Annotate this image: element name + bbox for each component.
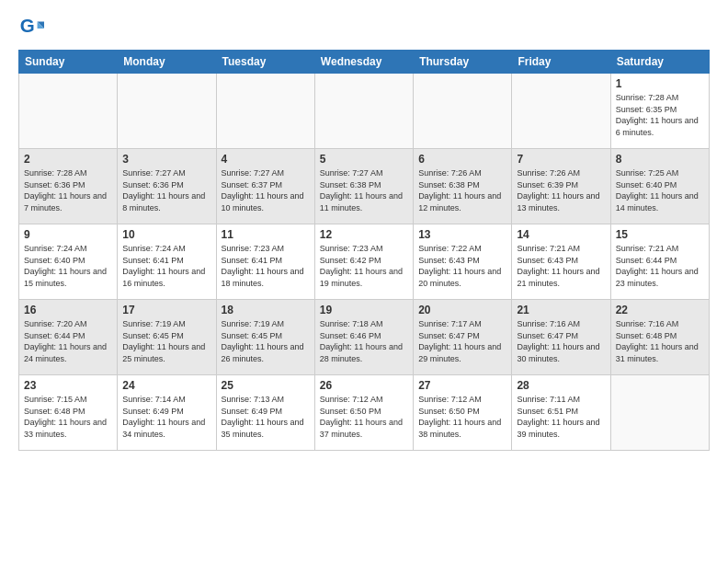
day-number: 7 [517, 153, 605, 166]
day-info: Sunrise: 7:26 AM Sunset: 6:38 PM Dayligh… [418, 167, 506, 213]
logo: G [18, 15, 48, 40]
day-number: 10 [122, 228, 210, 241]
day-number: 23 [24, 379, 112, 392]
weekday-header-monday: Monday [118, 51, 216, 74]
day-number: 9 [24, 228, 112, 241]
day-info: Sunrise: 7:14 AM Sunset: 6:49 PM Dayligh… [122, 394, 210, 440]
week-row-5: 23Sunrise: 7:15 AM Sunset: 6:48 PM Dayli… [19, 375, 710, 451]
weekday-header-saturday: Saturday [610, 51, 709, 74]
day-number: 8 [616, 153, 704, 166]
calendar-cell: 28Sunrise: 7:11 AM Sunset: 6:51 PM Dayli… [512, 375, 610, 451]
calendar-cell: 25Sunrise: 7:13 AM Sunset: 6:49 PM Dayli… [216, 375, 314, 451]
day-number: 24 [122, 379, 210, 392]
calendar-cell: 12Sunrise: 7:23 AM Sunset: 6:42 PM Dayli… [314, 224, 413, 300]
day-info: Sunrise: 7:20 AM Sunset: 6:44 PM Dayligh… [24, 318, 112, 364]
day-number: 13 [418, 228, 506, 241]
weekday-header-friday: Friday [512, 51, 610, 74]
logo-icon: G [18, 15, 44, 40]
day-info: Sunrise: 7:21 AM Sunset: 6:43 PM Dayligh… [517, 243, 605, 289]
day-info: Sunrise: 7:22 AM Sunset: 6:43 PM Dayligh… [418, 243, 506, 289]
day-number: 2 [24, 153, 112, 166]
calendar-cell: 20Sunrise: 7:17 AM Sunset: 6:47 PM Dayli… [414, 300, 512, 375]
day-number: 5 [320, 153, 408, 166]
calendar-cell: 2Sunrise: 7:28 AM Sunset: 6:36 PM Daylig… [19, 149, 118, 224]
day-info: Sunrise: 7:19 AM Sunset: 6:45 PM Dayligh… [122, 318, 210, 364]
day-number: 19 [320, 304, 408, 316]
day-number: 16 [24, 304, 112, 316]
day-info: Sunrise: 7:12 AM Sunset: 6:50 PM Dayligh… [418, 394, 506, 440]
day-info: Sunrise: 7:19 AM Sunset: 6:45 PM Dayligh… [222, 318, 310, 364]
calendar-cell: 15Sunrise: 7:21 AM Sunset: 6:44 PM Dayli… [610, 224, 709, 300]
day-info: Sunrise: 7:27 AM Sunset: 6:37 PM Dayligh… [222, 167, 310, 213]
day-number: 25 [222, 379, 310, 392]
calendar-cell: 21Sunrise: 7:16 AM Sunset: 6:47 PM Dayli… [512, 300, 610, 375]
calendar-cell: 27Sunrise: 7:12 AM Sunset: 6:50 PM Dayli… [414, 375, 512, 451]
calendar-cell: 19Sunrise: 7:18 AM Sunset: 6:46 PM Dayli… [314, 300, 413, 375]
calendar-cell: 18Sunrise: 7:19 AM Sunset: 6:45 PM Dayli… [216, 300, 314, 375]
weekday-header-tuesday: Tuesday [216, 51, 314, 74]
svg-text:G: G [20, 15, 35, 36]
day-info: Sunrise: 7:27 AM Sunset: 6:36 PM Dayligh… [122, 167, 210, 213]
day-number: 17 [122, 304, 210, 316]
calendar-cell [512, 74, 610, 149]
calendar-cell: 8Sunrise: 7:25 AM Sunset: 6:40 PM Daylig… [610, 149, 709, 224]
day-info: Sunrise: 7:28 AM Sunset: 6:36 PM Dayligh… [24, 167, 112, 213]
day-number: 28 [517, 379, 605, 392]
day-info: Sunrise: 7:26 AM Sunset: 6:39 PM Dayligh… [517, 167, 605, 213]
day-number: 18 [222, 304, 310, 316]
day-info: Sunrise: 7:24 AM Sunset: 6:40 PM Dayligh… [24, 243, 112, 289]
weekday-header-wednesday: Wednesday [314, 51, 413, 74]
day-info: Sunrise: 7:25 AM Sunset: 6:40 PM Dayligh… [616, 167, 704, 213]
day-info: Sunrise: 7:16 AM Sunset: 6:47 PM Dayligh… [517, 318, 605, 364]
weekday-header-sunday: Sunday [19, 51, 118, 74]
week-row-1: 1Sunrise: 7:28 AM Sunset: 6:35 PM Daylig… [19, 74, 710, 149]
calendar-cell: 24Sunrise: 7:14 AM Sunset: 6:49 PM Dayli… [118, 375, 216, 451]
day-info: Sunrise: 7:18 AM Sunset: 6:46 PM Dayligh… [320, 318, 408, 364]
calendar-cell: 22Sunrise: 7:16 AM Sunset: 6:48 PM Dayli… [610, 300, 709, 375]
calendar-cell: 9Sunrise: 7:24 AM Sunset: 6:40 PM Daylig… [19, 224, 118, 300]
day-info: Sunrise: 7:15 AM Sunset: 6:48 PM Dayligh… [24, 394, 112, 440]
header: G [18, 15, 710, 40]
calendar-table: SundayMondayTuesdayWednesdayThursdayFrid… [18, 50, 710, 451]
day-info: Sunrise: 7:28 AM Sunset: 6:35 PM Dayligh… [616, 92, 704, 138]
calendar-cell: 7Sunrise: 7:26 AM Sunset: 6:39 PM Daylig… [512, 149, 610, 224]
day-number: 26 [320, 379, 408, 392]
day-info: Sunrise: 7:27 AM Sunset: 6:38 PM Dayligh… [320, 167, 408, 213]
calendar-cell [610, 375, 709, 451]
week-row-3: 9Sunrise: 7:24 AM Sunset: 6:40 PM Daylig… [19, 224, 710, 300]
day-number: 15 [616, 228, 704, 241]
day-number: 14 [517, 228, 605, 241]
calendar-cell: 1Sunrise: 7:28 AM Sunset: 6:35 PM Daylig… [610, 74, 709, 149]
calendar-cell: 6Sunrise: 7:26 AM Sunset: 6:38 PM Daylig… [414, 149, 512, 224]
day-number: 22 [616, 304, 704, 316]
calendar-cell: 16Sunrise: 7:20 AM Sunset: 6:44 PM Dayli… [19, 300, 118, 375]
day-info: Sunrise: 7:13 AM Sunset: 6:49 PM Dayligh… [222, 394, 310, 440]
day-info: Sunrise: 7:17 AM Sunset: 6:47 PM Dayligh… [418, 318, 506, 364]
day-info: Sunrise: 7:16 AM Sunset: 6:48 PM Dayligh… [616, 318, 704, 364]
week-row-2: 2Sunrise: 7:28 AM Sunset: 6:36 PM Daylig… [19, 149, 710, 224]
weekday-header-thursday: Thursday [414, 51, 512, 74]
calendar-cell [216, 74, 314, 149]
calendar-cell: 17Sunrise: 7:19 AM Sunset: 6:45 PM Dayli… [118, 300, 216, 375]
day-number: 20 [418, 304, 506, 316]
calendar-cell: 13Sunrise: 7:22 AM Sunset: 6:43 PM Dayli… [414, 224, 512, 300]
day-info: Sunrise: 7:24 AM Sunset: 6:41 PM Dayligh… [122, 243, 210, 289]
day-number: 6 [418, 153, 506, 166]
day-number: 21 [517, 304, 605, 316]
day-info: Sunrise: 7:23 AM Sunset: 6:42 PM Dayligh… [320, 243, 408, 289]
calendar-cell [314, 74, 413, 149]
calendar-cell [19, 74, 118, 149]
calendar-cell: 10Sunrise: 7:24 AM Sunset: 6:41 PM Dayli… [118, 224, 216, 300]
weekday-header-row: SundayMondayTuesdayWednesdayThursdayFrid… [19, 51, 710, 74]
week-row-4: 16Sunrise: 7:20 AM Sunset: 6:44 PM Dayli… [19, 300, 710, 375]
calendar-cell: 4Sunrise: 7:27 AM Sunset: 6:37 PM Daylig… [216, 149, 314, 224]
day-info: Sunrise: 7:21 AM Sunset: 6:44 PM Dayligh… [616, 243, 704, 289]
day-info: Sunrise: 7:11 AM Sunset: 6:51 PM Dayligh… [517, 394, 605, 440]
calendar-cell [118, 74, 216, 149]
calendar-cell: 23Sunrise: 7:15 AM Sunset: 6:48 PM Dayli… [19, 375, 118, 451]
calendar-cell [414, 74, 512, 149]
calendar-cell: 3Sunrise: 7:27 AM Sunset: 6:36 PM Daylig… [118, 149, 216, 224]
day-info: Sunrise: 7:12 AM Sunset: 6:50 PM Dayligh… [320, 394, 408, 440]
day-number: 4 [222, 153, 310, 166]
day-info: Sunrise: 7:23 AM Sunset: 6:41 PM Dayligh… [222, 243, 310, 289]
